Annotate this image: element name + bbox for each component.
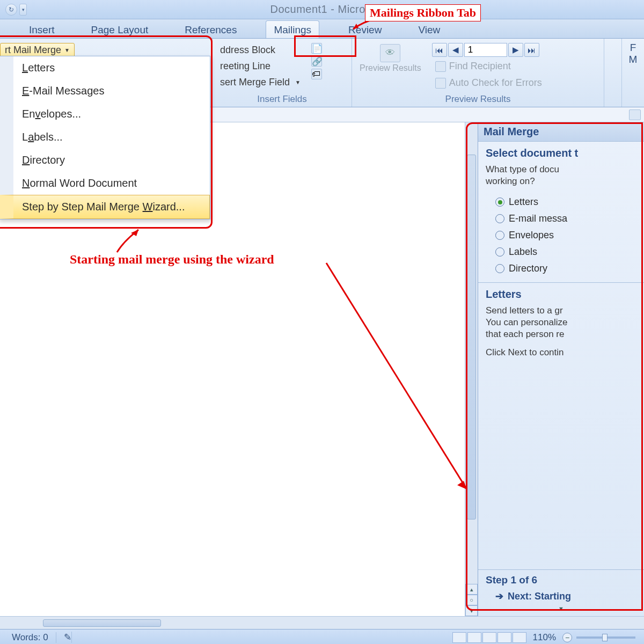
view-draft-button[interactable]: [513, 632, 526, 643]
start-mail-merge-label: rt Mail Merge: [5, 45, 61, 56]
view-web-layout-button[interactable]: [482, 632, 496, 643]
tab-references[interactable]: References: [177, 21, 244, 38]
chevron-down-icon: ▼: [64, 47, 70, 53]
mail-merge-task-pane: Mail Merge Select document t What type o…: [478, 122, 644, 616]
menu-item-normal-doc[interactable]: Normal Word Document: [0, 172, 210, 195]
greeting-line-label: reeting Line: [220, 61, 270, 72]
pane-desc-line: You can personalize: [486, 317, 636, 328]
ribbon: rt Mail Merge ▼ Letters E-Mail Messages …: [0, 39, 644, 107]
app-title: Document1 - Microsoft W: [29, 3, 639, 16]
ribbon-tabs: Insert Page Layout References Mailings R…: [0, 19, 644, 39]
pane-heading-select-doc: Select document t: [486, 147, 636, 159]
radio-email[interactable]: E-mail messa: [486, 210, 636, 227]
status-proofing-icon[interactable]: ✎: [56, 632, 72, 643]
view-full-screen-button[interactable]: [467, 632, 481, 643]
match-fields-icon[interactable]: 🔗: [311, 56, 322, 67]
menu-item-directory[interactable]: Directory: [0, 149, 210, 172]
ruler-toggle-icon[interactable]: [629, 109, 641, 120]
start-mail-merge-button[interactable]: rt Mail Merge ▼: [0, 43, 75, 57]
chevron-down-icon: ▼: [295, 79, 301, 85]
prev-record-button[interactable]: ◀: [448, 43, 463, 57]
scrollbar-thumb[interactable]: [43, 619, 161, 627]
title-bar: ↻ ▾ Document1 - Microsoft W: [0, 0, 644, 19]
tab-mailings[interactable]: Mailings: [266, 20, 319, 38]
group-preview-results-caption: Preview Results: [356, 92, 599, 106]
zoom-level[interactable]: 110%: [526, 632, 562, 643]
pane-desc-line: Click Next to contin: [486, 347, 636, 358]
insert-merge-field-label: sert Merge Field: [220, 77, 290, 88]
address-block-button[interactable]: ddress Block: [217, 43, 304, 57]
pane-step-indicator: Step 1 of 6: [486, 574, 636, 586]
find-recipient-label: Find Recipient: [449, 61, 511, 72]
search-icon: [435, 61, 446, 72]
last-record-button[interactable]: ⏭: [524, 43, 539, 57]
status-word-count[interactable]: Words: 0: [4, 632, 56, 643]
view-print-layout-button[interactable]: [452, 632, 466, 643]
status-bar: Words: 0 ✎ 110% −: [0, 629, 644, 644]
radio-directory[interactable]: Directory: [486, 260, 636, 277]
greeting-line-button[interactable]: reeting Line: [217, 59, 304, 74]
radio-off-icon: [495, 231, 504, 240]
annotation-tab-label: Mailings Ribbon Tab: [365, 4, 481, 21]
finish-merge-edge[interactable]: F M: [621, 39, 644, 107]
annotation-wizard-label: Starting mail merge using the wizard: [70, 252, 274, 267]
radio-envelopes[interactable]: Envelopes: [486, 227, 636, 244]
qat-customize-icon[interactable]: ▾: [19, 4, 27, 16]
preview-results-icon: 👁: [380, 44, 400, 62]
scroll-up-icon[interactable]: ▴: [465, 584, 478, 595]
view-outline-button[interactable]: [497, 632, 511, 643]
radio-off-icon: [495, 264, 504, 273]
start-mail-merge-menu: Letters E-Mail Messages Envelopes... Lab…: [0, 56, 210, 219]
pane-question: What type of docu working on?: [486, 164, 636, 187]
auto-check-errors-button[interactable]: Auto Check for Errors: [432, 76, 545, 90]
group-insert-fields-caption: Insert Fields: [217, 92, 347, 106]
redo-icon[interactable]: ↻: [5, 4, 17, 16]
check-icon: [435, 78, 446, 89]
auto-check-label: Auto Check for Errors: [449, 77, 542, 89]
pane-desc-line: that each person re: [486, 328, 636, 340]
first-record-button[interactable]: ⏮: [432, 43, 447, 57]
tab-page-layout[interactable]: Page Layout: [84, 21, 156, 38]
preview-results-button[interactable]: 👁 Preview Results: [356, 43, 425, 74]
pane-desc-line: Send letters to a gr: [486, 305, 636, 317]
radio-off-icon: [495, 214, 504, 223]
next-record-button[interactable]: ▶: [508, 43, 523, 57]
preview-results-label: Preview Results: [360, 63, 421, 73]
radio-off-icon: [495, 247, 504, 257]
zoom-out-button[interactable]: −: [562, 633, 572, 642]
annotation-arrow-icon: [324, 260, 474, 496]
rules-icon[interactable]: 📄: [311, 43, 322, 54]
radio-on-icon: [495, 197, 504, 207]
update-labels-icon[interactable]: 🏷: [311, 69, 322, 79]
tab-view[interactable]: View: [411, 21, 448, 38]
address-block-label: ddress Block: [220, 45, 275, 56]
zoom-slider-knob[interactable]: [602, 634, 608, 641]
menu-item-labels[interactable]: Labels...: [0, 126, 210, 149]
browse-object-icon[interactable]: ○: [465, 595, 478, 605]
tab-insert[interactable]: Insert: [21, 21, 62, 38]
find-recipient-button[interactable]: Find Recipient: [432, 59, 545, 74]
scroll-down-icon[interactable]: ▾: [465, 605, 478, 616]
view-buttons: [452, 632, 526, 643]
record-number-input[interactable]: [464, 43, 507, 57]
task-pane-title: Mail Merge: [478, 122, 644, 142]
menu-item-letters[interactable]: Letters: [0, 56, 210, 79]
radio-labels[interactable]: Labels: [486, 244, 636, 260]
radio-letters[interactable]: Letters: [486, 194, 636, 210]
pane-heading-letters: Letters: [486, 288, 636, 301]
pane-chevron-down-icon[interactable]: ▼: [486, 602, 636, 612]
insert-merge-field-button[interactable]: sert Merge Field▼: [217, 75, 304, 90]
menu-item-envelopes[interactable]: Envelopes...: [0, 103, 210, 126]
menu-item-email[interactable]: E-Mail Messages: [0, 79, 210, 103]
horizontal-scrollbar[interactable]: [0, 616, 644, 629]
arrow-right-icon: ➔: [495, 590, 503, 602]
pane-next-link[interactable]: ➔Next: Starting: [486, 586, 636, 602]
zoom-slider[interactable]: [576, 636, 635, 639]
menu-item-wizard[interactable]: Step by Step Mail Merge Wizard...: [0, 195, 210, 219]
